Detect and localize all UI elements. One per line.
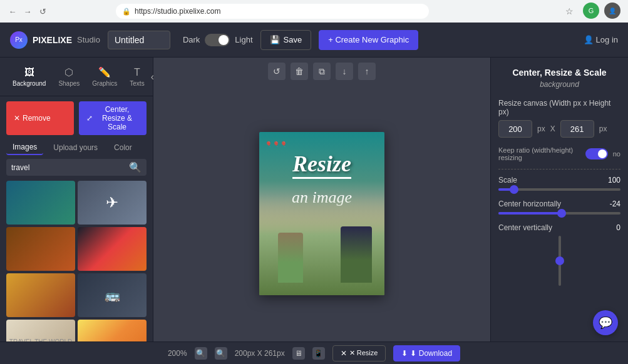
tab-shapes-label: Shapes <box>58 80 80 87</box>
subtab-color[interactable]: Color <box>108 140 138 155</box>
canvas-toolbar: ↺ 🗑 ⧉ ↓ ↑ <box>153 58 490 85</box>
zoom-in-button[interactable]: 🔍 <box>215 347 227 360</box>
canvas-area: ↺ 🗑 ⧉ ↓ ↑ 🎈 🎈 🎈 Resize an image <box>153 58 490 341</box>
create-button[interactable]: + Create New Graphic <box>319 30 418 50</box>
mobile-view-button[interactable]: 📱 <box>312 347 325 360</box>
url-text: https://studio.pixelixe.com <box>135 7 220 16</box>
tab-texts-label: Texts <box>130 80 144 87</box>
keep-ratio-row: Keep ratio (width/height) resizing no <box>498 146 620 161</box>
save-label: Save <box>284 35 302 44</box>
image-thumb-7[interactable]: TRAVEL THE WORLD <box>6 320 75 341</box>
center-v-track[interactable] <box>559 236 561 286</box>
chat-button[interactable]: 💬 <box>593 310 618 335</box>
sidebar-tabs: 🖼 Background ⬡ Shapes ✏️ Graphics T Text… <box>0 58 153 96</box>
center-h-thumb[interactable] <box>557 209 566 218</box>
scale-thumb[interactable] <box>510 185 518 194</box>
center-h-fill <box>498 212 562 215</box>
remove-label: Remove <box>23 114 51 123</box>
move-up-button[interactable]: ↑ <box>358 63 376 80</box>
theme-toggle[interactable] <box>205 34 230 46</box>
keep-ratio-thumb <box>598 149 607 158</box>
star-button[interactable]: ☆ <box>560 3 578 20</box>
center-h-track[interactable] <box>498 212 620 215</box>
toggle-thumb <box>219 35 229 45</box>
background-icon: 🖼 <box>24 67 34 78</box>
resize-label: Resize canvas (Width px x Height px) <box>498 99 620 116</box>
move-down-icon: ↓ <box>342 66 347 76</box>
right-panel: Center, Resize & Scale background Resize… <box>490 58 628 341</box>
scale-label: Scale <box>498 176 517 185</box>
save-button[interactable]: 💾 Save <box>260 30 312 50</box>
center-v-section: Center vertically 0 <box>498 223 620 286</box>
undo-icon: ↺ <box>273 66 281 76</box>
sidebar-tab-shapes[interactable]: ⬡ Shapes <box>52 63 86 91</box>
image-thumb-4[interactable] <box>78 227 147 271</box>
search-bar: 🔍 <box>6 159 147 176</box>
logo: Px PIXELIXE Studio <box>10 31 100 49</box>
canvas-figure-left <box>278 233 303 283</box>
sidebar-actions: ✕ Remove ⤢ Center, Resize & Scale <box>0 96 153 140</box>
canvas-figure-right <box>341 226 372 283</box>
image-thumb-2[interactable]: ✈ <box>78 181 147 225</box>
scale-track[interactable] <box>498 188 620 191</box>
divider-1 <box>498 169 620 169</box>
copy-icon: ⧉ <box>319 66 325 77</box>
image-thumb-6[interactable]: 🚌 <box>78 273 147 317</box>
scale-section: Scale 100 <box>498 176 620 191</box>
center-h-section: Center horizontally -24 <box>498 200 620 215</box>
logo-studio: Studio <box>77 35 100 44</box>
zoom-out-button[interactable]: 🔍 <box>195 347 207 360</box>
center-h-header: Center horizontally -24 <box>498 200 620 208</box>
refresh-button[interactable]: ↺ <box>38 6 48 16</box>
desktop-view-button[interactable]: 🖥 <box>292 347 305 360</box>
center-v-label: Center vertically <box>498 223 552 232</box>
title-input[interactable] <box>108 31 170 49</box>
subtab-upload[interactable]: Upload yours <box>47 140 104 155</box>
main-layout: 🖼 Background ⬡ Shapes ✏️ Graphics T Text… <box>0 58 628 341</box>
image-thumb-8[interactable] <box>78 320 147 341</box>
search-icon[interactable]: 🔍 <box>129 161 142 173</box>
width-input[interactable] <box>498 120 532 138</box>
image-subtabs: Images Upload yours Color <box>0 140 153 159</box>
image-thumb-1[interactable] <box>6 181 75 225</box>
keep-ratio-toggle[interactable] <box>585 148 608 159</box>
url-bar[interactable]: 🔒 https://studio.pixelixe.com <box>116 4 429 19</box>
logo-icon: Px <box>10 31 28 49</box>
search-input[interactable] <box>11 163 125 172</box>
sidebar-tab-texts[interactable]: T Texts <box>123 63 150 91</box>
move-down-button[interactable]: ↓ <box>336 63 353 80</box>
browser-actions: ☆ G 👤 <box>560 3 620 20</box>
sidebar-tab-background[interactable]: 🖼 Background <box>6 63 52 91</box>
x-separator: X <box>550 124 555 133</box>
undo-button[interactable]: ↺ <box>268 63 286 80</box>
px-label-2: px <box>599 124 607 133</box>
create-label: + Create New Graphic <box>328 35 409 44</box>
tab-graphics-label: Graphics <box>92 80 117 87</box>
back-button[interactable]: ← <box>8 6 18 16</box>
forward-button[interactable]: → <box>23 6 33 16</box>
copy-button[interactable]: ⧉ <box>313 63 331 80</box>
dark-label: Dark <box>183 35 200 44</box>
resize-icon: ✕ <box>341 349 347 358</box>
login-button[interactable]: 👤 Log in <box>584 35 618 44</box>
remove-button[interactable]: ✕ Remove <box>6 101 74 135</box>
height-input[interactable] <box>560 120 594 138</box>
download-label: ⬇ Download <box>410 349 452 358</box>
px-label-1: px <box>537 124 545 133</box>
image-thumb-3[interactable] <box>6 227 75 271</box>
scale-value: 100 <box>608 176 620 185</box>
download-button[interactable]: ⬇ ⬇ Download <box>393 345 460 361</box>
center-resize-button[interactable]: ⤢ Center, Resize & Scale <box>79 101 147 135</box>
subtab-images[interactable]: Images <box>6 140 43 155</box>
panel-title: Center, Resize & Scale <box>498 68 620 78</box>
panel-subtitle: background <box>498 80 620 89</box>
delete-button[interactable]: 🗑 <box>291 63 308 80</box>
resize-button[interactable]: ✕ ✕ Resize <box>332 345 386 361</box>
image-thumb-5[interactable] <box>6 273 75 317</box>
tab-background-label: Background <box>13 80 46 87</box>
canvas-container[interactable]: 🎈 🎈 🎈 Resize an image <box>259 85 384 341</box>
left-sidebar: 🖼 Background ⬡ Shapes ✏️ Graphics T Text… <box>0 58 153 341</box>
center-v-thumb[interactable] <box>555 256 564 265</box>
sidebar-tab-graphics[interactable]: ✏️ Graphics <box>86 63 123 91</box>
canvas-text-1: Resize <box>292 151 351 179</box>
